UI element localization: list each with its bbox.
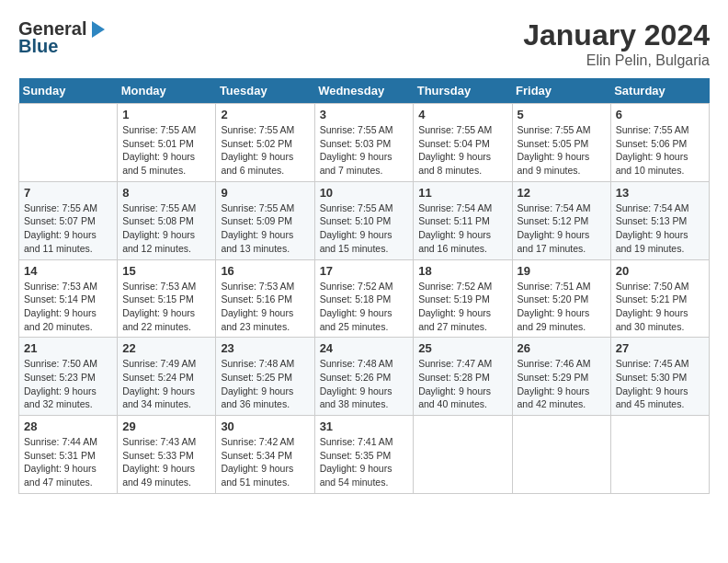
day-cell: 9 Sunrise: 7:55 AMSunset: 5:09 PMDayligh… <box>216 181 314 259</box>
day-cell <box>512 416 610 494</box>
title-block: January 2024 Elin Pelin, Bulgaria <box>523 18 710 69</box>
page-header: General Blue January 2024 Elin Pelin, Bu… <box>18 18 710 69</box>
day-info: Sunrise: 7:55 AMSunset: 5:08 PMDaylight:… <box>122 201 210 256</box>
day-cell: 23 Sunrise: 7:48 AMSunset: 5:25 PMDaylig… <box>216 338 314 416</box>
day-info: Sunrise: 7:42 AMSunset: 5:34 PMDaylight:… <box>221 435 309 489</box>
day-info: Sunrise: 7:48 AMSunset: 5:26 PMDaylight:… <box>320 357 409 411</box>
day-number: 19 <box>518 264 606 278</box>
day-cell: 1 Sunrise: 7:55 AMSunset: 5:01 PMDayligh… <box>118 104 216 182</box>
day-info: Sunrise: 7:43 AMSunset: 5:33 PMDaylight:… <box>122 435 210 489</box>
header-cell-monday: Monday <box>118 78 216 104</box>
day-number: 17 <box>320 264 409 278</box>
day-info: Sunrise: 7:53 AMSunset: 5:14 PMDaylight:… <box>24 280 112 334</box>
day-number: 12 <box>518 186 606 200</box>
day-info: Sunrise: 7:45 AMSunset: 5:30 PMDaylight:… <box>616 357 704 411</box>
day-cell: 13 Sunrise: 7:54 AMSunset: 5:13 PMDaylig… <box>610 181 709 259</box>
logo: General Blue <box>18 18 108 57</box>
week-row-2: 7 Sunrise: 7:55 AMSunset: 5:07 PMDayligh… <box>19 181 710 259</box>
day-number: 3 <box>320 108 409 121</box>
day-cell: 11 Sunrise: 7:54 AMSunset: 5:11 PMDaylig… <box>414 181 512 259</box>
day-cell: 16 Sunrise: 7:53 AMSunset: 5:16 PMDaylig… <box>216 259 314 338</box>
day-number: 22 <box>122 341 210 355</box>
day-info: Sunrise: 7:41 AMSunset: 5:35 PMDaylight:… <box>320 435 409 489</box>
day-cell: 24 Sunrise: 7:48 AMSunset: 5:26 PMDaylig… <box>314 338 414 416</box>
day-cell: 15 Sunrise: 7:53 AMSunset: 5:15 PMDaylig… <box>118 259 216 338</box>
header-cell-thursday: Thursday <box>414 78 512 104</box>
day-cell: 6 Sunrise: 7:55 AMSunset: 5:06 PMDayligh… <box>610 104 709 182</box>
header-cell-wednesday: Wednesday <box>314 78 414 104</box>
day-cell: 28 Sunrise: 7:44 AMSunset: 5:31 PMDaylig… <box>19 416 118 494</box>
header-row: SundayMondayTuesdayWednesdayThursdayFrid… <box>19 78 710 104</box>
day-number: 8 <box>122 186 210 200</box>
day-info: Sunrise: 7:49 AMSunset: 5:24 PMDaylight:… <box>122 357 210 411</box>
day-cell: 26 Sunrise: 7:46 AMSunset: 5:29 PMDaylig… <box>512 338 610 416</box>
day-cell: 20 Sunrise: 7:50 AMSunset: 5:21 PMDaylig… <box>610 259 709 338</box>
day-cell: 2 Sunrise: 7:55 AMSunset: 5:02 PMDayligh… <box>216 104 314 182</box>
day-number: 5 <box>518 108 606 121</box>
day-number: 21 <box>24 341 112 355</box>
day-number: 23 <box>221 341 309 355</box>
day-number: 14 <box>24 264 112 278</box>
day-info: Sunrise: 7:53 AMSunset: 5:16 PMDaylight:… <box>221 280 309 334</box>
day-info: Sunrise: 7:47 AMSunset: 5:28 PMDaylight:… <box>418 357 506 411</box>
day-cell: 3 Sunrise: 7:55 AMSunset: 5:03 PMDayligh… <box>314 104 414 182</box>
day-cell: 17 Sunrise: 7:52 AMSunset: 5:18 PMDaylig… <box>314 259 414 338</box>
day-info: Sunrise: 7:54 AMSunset: 5:12 PMDaylight:… <box>518 201 606 256</box>
day-info: Sunrise: 7:55 AMSunset: 5:02 PMDaylight:… <box>221 123 309 178</box>
day-number: 13 <box>616 186 704 200</box>
day-info: Sunrise: 7:50 AMSunset: 5:23 PMDaylight:… <box>24 357 112 411</box>
week-row-4: 21 Sunrise: 7:50 AMSunset: 5:23 PMDaylig… <box>19 338 710 416</box>
day-number: 27 <box>616 341 704 355</box>
week-row-1: 1 Sunrise: 7:55 AMSunset: 5:01 PMDayligh… <box>19 104 710 182</box>
day-info: Sunrise: 7:55 AMSunset: 5:06 PMDaylight:… <box>616 123 704 178</box>
day-number: 11 <box>418 186 506 200</box>
day-info: Sunrise: 7:55 AMSunset: 5:07 PMDaylight:… <box>24 201 112 256</box>
day-number: 30 <box>221 419 309 433</box>
day-cell: 8 Sunrise: 7:55 AMSunset: 5:08 PMDayligh… <box>118 181 216 259</box>
day-cell: 14 Sunrise: 7:53 AMSunset: 5:14 PMDaylig… <box>19 259 118 338</box>
week-row-5: 28 Sunrise: 7:44 AMSunset: 5:31 PMDaylig… <box>19 416 710 494</box>
day-number: 7 <box>24 186 112 200</box>
day-info: Sunrise: 7:54 AMSunset: 5:11 PMDaylight:… <box>418 201 506 256</box>
day-cell: 22 Sunrise: 7:49 AMSunset: 5:24 PMDaylig… <box>118 338 216 416</box>
day-info: Sunrise: 7:55 AMSunset: 5:05 PMDaylight:… <box>518 123 606 178</box>
day-info: Sunrise: 7:52 AMSunset: 5:19 PMDaylight:… <box>418 280 506 334</box>
header-cell-tuesday: Tuesday <box>216 78 314 104</box>
day-cell: 31 Sunrise: 7:41 AMSunset: 5:35 PMDaylig… <box>314 416 414 494</box>
calendar-table: SundayMondayTuesdayWednesdayThursdayFrid… <box>18 78 710 494</box>
day-number: 1 <box>122 108 210 121</box>
location-subtitle: Elin Pelin, Bulgaria <box>523 52 710 69</box>
day-number: 2 <box>221 108 309 121</box>
day-number: 15 <box>122 264 210 278</box>
day-cell: 27 Sunrise: 7:45 AMSunset: 5:30 PMDaylig… <box>610 338 709 416</box>
day-info: Sunrise: 7:44 AMSunset: 5:31 PMDaylight:… <box>24 435 112 489</box>
day-number: 29 <box>122 419 210 433</box>
day-info: Sunrise: 7:55 AMSunset: 5:10 PMDaylight:… <box>320 201 409 256</box>
month-title: January 2024 <box>523 18 710 52</box>
day-cell: 12 Sunrise: 7:54 AMSunset: 5:12 PMDaylig… <box>512 181 610 259</box>
day-cell: 10 Sunrise: 7:55 AMSunset: 5:10 PMDaylig… <box>314 181 414 259</box>
day-cell: 7 Sunrise: 7:55 AMSunset: 5:07 PMDayligh… <box>19 181 118 259</box>
day-number: 18 <box>418 264 506 278</box>
day-number: 4 <box>418 108 506 121</box>
day-number: 31 <box>320 419 409 433</box>
logo-blue: Blue <box>18 36 58 57</box>
header-cell-friday: Friday <box>512 78 610 104</box>
day-info: Sunrise: 7:51 AMSunset: 5:20 PMDaylight:… <box>518 280 606 334</box>
header-cell-sunday: Sunday <box>19 78 118 104</box>
day-info: Sunrise: 7:53 AMSunset: 5:15 PMDaylight:… <box>122 280 210 334</box>
day-info: Sunrise: 7:50 AMSunset: 5:21 PMDaylight:… <box>616 280 704 334</box>
day-number: 24 <box>320 341 409 355</box>
day-info: Sunrise: 7:52 AMSunset: 5:18 PMDaylight:… <box>320 280 409 334</box>
day-number: 6 <box>616 108 704 121</box>
day-info: Sunrise: 7:55 AMSunset: 5:01 PMDaylight:… <box>122 123 210 178</box>
day-cell <box>610 416 709 494</box>
day-number: 26 <box>518 341 606 355</box>
day-info: Sunrise: 7:48 AMSunset: 5:25 PMDaylight:… <box>221 357 309 411</box>
day-number: 25 <box>418 341 506 355</box>
day-number: 20 <box>616 264 704 278</box>
day-cell: 29 Sunrise: 7:43 AMSunset: 5:33 PMDaylig… <box>118 416 216 494</box>
day-info: Sunrise: 7:46 AMSunset: 5:29 PMDaylight:… <box>518 357 606 411</box>
week-row-3: 14 Sunrise: 7:53 AMSunset: 5:14 PMDaylig… <box>19 259 710 338</box>
day-cell <box>414 416 512 494</box>
